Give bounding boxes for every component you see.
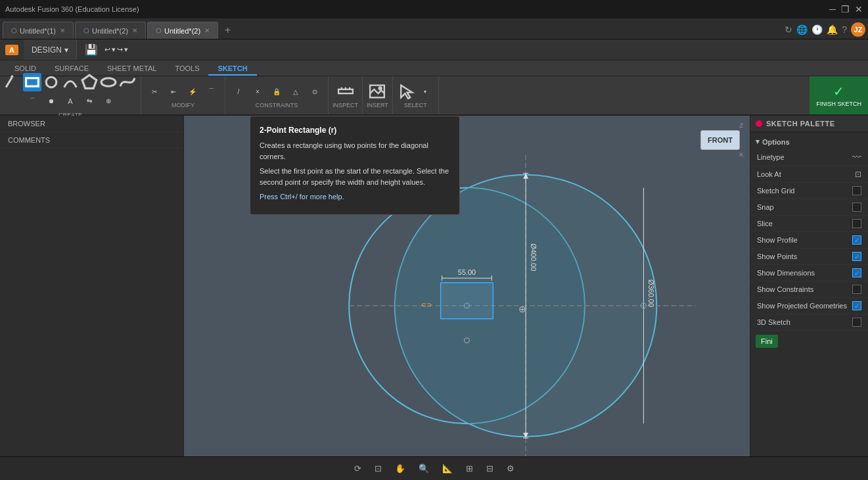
tab-3[interactable]: ⬡ Untitled*(2) ✕: [147, 22, 218, 39]
show-profile-checkbox[interactable]: ✓: [852, 235, 861, 245]
save-icon[interactable]: 💾: [85, 43, 98, 56]
finish-sketch-group[interactable]: ✓ FINISH SKETCH: [810, 76, 868, 114]
view-cube-front[interactable]: FRONT: [700, 130, 740, 150]
tab-3-close[interactable]: ✕: [204, 27, 210, 34]
browser-item[interactable]: BROWSER: [0, 116, 183, 132]
undo-icon[interactable]: ↩: [104, 45, 110, 54]
show-dimensions-checkbox[interactable]: ✓: [852, 268, 861, 277]
insert-tools: [368, 82, 386, 101]
design-menu[interactable]: DESIGN ▾: [24, 39, 77, 60]
canvas-area[interactable]: 2-Point Rectangle (r) Creates a rectangl…: [184, 116, 750, 456]
palette-row-linetype[interactable]: Linetype 〰: [750, 149, 868, 166]
pan-btn[interactable]: ✋: [391, 462, 409, 475]
3d-sketch-checkbox[interactable]: [852, 318, 861, 327]
redo-chevron[interactable]: ▾: [124, 45, 128, 54]
select-tool[interactable]: [397, 82, 415, 101]
measure-status-btn[interactable]: 📐: [438, 462, 457, 475]
coincident-constraint[interactable]: /: [229, 82, 248, 101]
options-header[interactable]: ▾ Options: [750, 135, 868, 149]
ellipse-tool[interactable]: [99, 73, 118, 91]
settings-btn[interactable]: ⚙: [503, 462, 518, 475]
sketch-palette: SKETCH PALETTE ▾ Options Linetype 〰 Look…: [750, 116, 868, 456]
text-tool[interactable]: A: [61, 92, 80, 110]
equal-constraint[interactable]: ⊙: [306, 82, 324, 101]
view-cube[interactable]: Z FRONT X: [697, 122, 743, 168]
palette-row-show-constraints[interactable]: Show Constraints: [750, 281, 868, 298]
zoom-fit-btn[interactable]: ⊡: [371, 462, 386, 475]
finish-palette-button[interactable]: Fini: [756, 335, 778, 348]
rectangle-tool[interactable]: [23, 73, 41, 91]
collinear-constraint[interactable]: ×: [248, 82, 267, 101]
lock-constraint[interactable]: 🔒: [267, 82, 286, 101]
new-tab-button[interactable]: +: [219, 22, 236, 39]
circle-tool[interactable]: [42, 73, 60, 91]
finish-button-area: Fini: [750, 331, 868, 352]
tab-tools[interactable]: TOOLS: [166, 62, 208, 76]
line-tool[interactable]: [4, 73, 22, 91]
palette-row-show-dimensions[interactable]: Show Dimensions ✓: [750, 265, 868, 281]
show-profile-label: Show Profile: [757, 236, 798, 244]
show-points-checkbox[interactable]: ✓: [852, 252, 861, 261]
extend-tool[interactable]: ⇤: [164, 82, 183, 101]
palette-row-snap[interactable]: Snap: [750, 199, 868, 216]
display-btn[interactable]: ⊞: [462, 462, 477, 475]
undo-redo[interactable]: ↩ ▾ ↪ ▾: [101, 45, 132, 54]
slice-checkbox[interactable]: [852, 219, 861, 228]
palette-row-slice[interactable]: Slice: [750, 216, 868, 232]
fillet-tool[interactable]: ⌒: [202, 82, 221, 101]
point-tool[interactable]: [42, 92, 60, 110]
help-icon[interactable]: ?: [842, 24, 847, 35]
measure-tool[interactable]: [336, 82, 355, 101]
break-tool[interactable]: ⚡: [183, 82, 202, 101]
tab-2-close[interactable]: ✕: [132, 27, 137, 34]
modify-label: MODIFY: [171, 102, 194, 108]
show-projected-checkbox[interactable]: ✓: [852, 301, 861, 310]
tab-sketch[interactable]: SKETCH: [208, 62, 256, 76]
minimize-icon[interactable]: ─: [829, 4, 836, 14]
polygon-tool[interactable]: [80, 73, 99, 91]
conic-tool[interactable]: ⌒: [23, 92, 41, 110]
undo-chevron[interactable]: ▾: [112, 45, 116, 54]
mirror-tool[interactable]: ⇆: [80, 92, 99, 110]
app-logo: A: [5, 45, 18, 55]
select-chevron[interactable]: ▾: [416, 82, 434, 101]
tooltip-line2: Select the first point as the start of t…: [260, 166, 450, 187]
show-constraints-checkbox[interactable]: [852, 285, 861, 294]
sketch-palette-header: SKETCH PALETTE: [750, 116, 868, 132]
constraints-label: CONSTRAINTS: [256, 102, 298, 108]
orbit-btn[interactable]: ⟳: [350, 462, 365, 475]
linetype-icon[interactable]: 〰: [852, 152, 861, 162]
restore-icon[interactable]: ❐: [841, 4, 850, 14]
comments-item[interactable]: COMMENTS: [0, 132, 183, 149]
redo-icon[interactable]: ↪: [117, 45, 123, 54]
inspect-label: INSPECT: [332, 102, 358, 108]
insert-image[interactable]: [368, 82, 386, 101]
trim-tool[interactable]: ✂: [145, 82, 164, 101]
palette-row-show-profile[interactable]: Show Profile ✓: [750, 232, 868, 249]
bell-icon[interactable]: 🔔: [827, 24, 838, 35]
tab-1[interactable]: ⬡ Untitled*(1) ✕: [3, 22, 74, 39]
close-icon[interactable]: ✕: [855, 4, 863, 14]
palette-row-show-projected[interactable]: Show Projected Geometries ✓: [750, 298, 868, 314]
palette-row-show-points[interactable]: Show Points ✓: [750, 249, 868, 265]
palette-row-sketch-grid[interactable]: Sketch Grid: [750, 183, 868, 199]
tangent-constraint[interactable]: △: [286, 82, 305, 101]
user-avatar[interactable]: JZ: [851, 22, 865, 37]
palette-row-look-at[interactable]: Look At ⊡: [750, 166, 868, 183]
refresh-icon[interactable]: ↻: [785, 24, 792, 35]
tab-2[interactable]: ⬡ Untitled*(2) ✕: [75, 22, 146, 39]
tab-1-close[interactable]: ✕: [60, 27, 65, 34]
zoom-btn[interactable]: 🔍: [415, 462, 433, 475]
window-controls[interactable]: ─ ❐ ✕: [829, 4, 863, 14]
globe-icon[interactable]: 🌐: [796, 24, 808, 35]
design-chevron: ▾: [64, 45, 68, 55]
spline-tool[interactable]: [118, 73, 137, 91]
clock-icon[interactable]: 🕐: [811, 24, 823, 35]
look-at-icon[interactable]: ⊡: [855, 170, 861, 179]
arc-tool[interactable]: [61, 73, 80, 91]
project-tool[interactable]: ⊕: [99, 92, 118, 110]
snap-checkbox[interactable]: [852, 203, 861, 212]
grid-btn[interactable]: ⊟: [482, 462, 497, 475]
sketch-grid-checkbox[interactable]: [852, 186, 861, 195]
palette-row-3d-sketch[interactable]: 3D Sketch: [750, 314, 868, 331]
